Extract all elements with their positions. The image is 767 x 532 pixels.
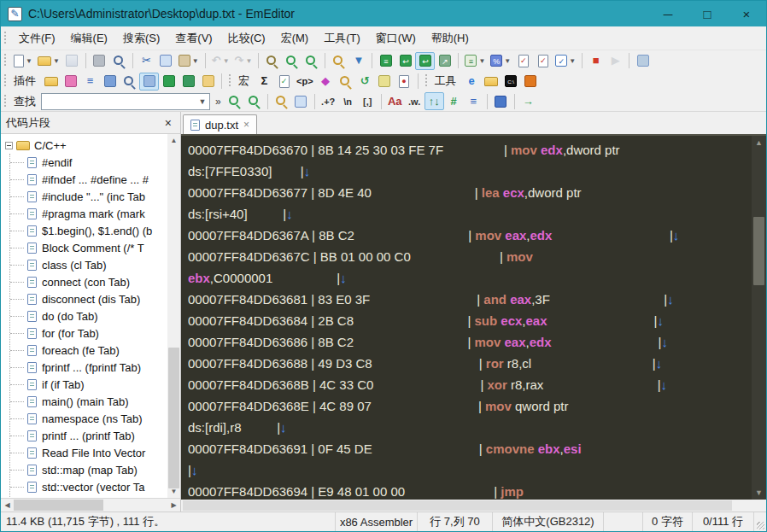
snippet-item[interactable]: Read File Into Vector	[10, 444, 167, 461]
snippet-item[interactable]: foreach (fe Tab)	[10, 342, 167, 359]
scrollbar-thumb[interactable]	[183, 500, 732, 511]
snippets-horizontal-scrollbar[interactable]: ◀ ▶	[1, 498, 180, 512]
wrap-by-page-button[interactable]: ↗	[435, 52, 454, 70]
tree-collapse-icon[interactable]	[5, 142, 13, 149]
find-button[interactable]	[262, 52, 282, 70]
plugin-numbering-button[interactable]	[198, 73, 218, 91]
plugin-outline-text-button[interactable]: ≡	[80, 73, 100, 91]
snippet-item[interactable]: main() (main Tab)	[10, 393, 167, 410]
macro-stop-doc-button[interactable]: ●	[395, 73, 414, 91]
dropdown-arrow-icon[interactable]: ▼	[569, 57, 576, 65]
close-button[interactable]: ×	[727, 1, 766, 26]
macro-sigma-button[interactable]: Σ	[255, 73, 274, 91]
whole-word-button[interactable]: .w.	[405, 92, 424, 110]
plugin-explorer-button[interactable]	[41, 73, 61, 91]
toolbar-grip[interactable]	[228, 74, 232, 88]
tool-folder-button[interactable]	[482, 73, 501, 91]
snippet-item[interactable]: namespace (ns Tab)	[10, 410, 167, 427]
check-document-button[interactable]: ✓	[513, 52, 533, 70]
menu-item-4[interactable]: 比较(C)	[220, 29, 273, 48]
tool-hammer-button[interactable]	[521, 73, 541, 91]
copy-button[interactable]	[156, 52, 176, 70]
scroll-down-icon[interactable]: ▼	[167, 485, 180, 498]
macro-check-button[interactable]: ✓	[274, 73, 294, 91]
print-button[interactable]	[90, 52, 109, 70]
plugin-search-button[interactable]	[120, 73, 139, 91]
focus-editor-button[interactable]	[491, 92, 511, 110]
toolbar-grip[interactable]	[3, 95, 8, 108]
redo-button[interactable]: ↷▼	[232, 52, 255, 70]
check-all-documents-button[interactable]: ✓	[533, 52, 553, 70]
scroll-right-icon[interactable]: ▶	[167, 501, 180, 509]
regex-button[interactable]: .+?	[319, 92, 338, 110]
undo-button[interactable]: ↶▼	[209, 52, 232, 70]
tool-cmd-button[interactable]: C:\	[501, 73, 521, 91]
resize-grip[interactable]	[754, 512, 766, 531]
menu-item-6[interactable]: 工具(T)	[316, 29, 368, 48]
print-preview-button[interactable]	[109, 52, 129, 70]
tab-dup-txt[interactable]: dup.txt ×	[183, 114, 257, 134]
open-file-button[interactable]: ▼	[35, 52, 62, 70]
scrollbar-thumb[interactable]	[753, 217, 764, 285]
macro-back-button[interactable]: ↺	[355, 73, 375, 91]
record-macro-button[interactable]: ■	[586, 52, 606, 70]
menu-item-7[interactable]: 窗口(W)	[368, 29, 424, 48]
search-forward-button[interactable]	[244, 92, 264, 110]
snippet-item[interactable]: Block Comment (/* T	[10, 239, 167, 256]
go-button[interactable]: →	[518, 92, 538, 110]
plugin-wordcomplete-button[interactable]	[179, 73, 198, 91]
menu-item-0[interactable]: 文件(F)	[11, 29, 63, 48]
dropdown-arrow-icon[interactable]: ▼	[504, 57, 511, 65]
snippet-item[interactable]: #endif	[10, 154, 167, 171]
menu-item-8[interactable]: 帮助(H)	[424, 29, 477, 48]
checkbox-options-button[interactable]: ✓▼	[553, 52, 578, 70]
menubar-grip[interactable]	[3, 32, 8, 45]
dropdown-arrow-icon[interactable]: ▼	[223, 57, 230, 65]
snippet-item[interactable]: connect (con Tab)	[10, 273, 167, 290]
find-previous-button[interactable]	[282, 52, 302, 70]
editor-vertical-scrollbar[interactable]: ▲ ▼	[752, 136, 766, 500]
snippet-item[interactable]: fprintf ... (fprintf Tab)	[10, 359, 167, 376]
plugin-window-button[interactable]	[100, 73, 120, 91]
editor-area[interactable]: 00007FF84DD63670 | 8B 14 25 30 03 FE 7F …	[181, 134, 766, 500]
snippet-item[interactable]: #include "..." (inc Tab	[10, 188, 167, 205]
dropdown-arrow-icon[interactable]: ▼	[246, 57, 253, 65]
find-input[interactable]: ▼	[41, 93, 210, 110]
snippet-item[interactable]: #ifndef ... #define ... #	[10, 171, 167, 188]
macro-select-button[interactable]	[375, 73, 395, 91]
snippet-item[interactable]: $1.begin(), $1.end() (b	[10, 222, 167, 239]
macro-html-button[interactable]: <p>	[294, 73, 316, 91]
find-next-button[interactable]	[302, 52, 321, 70]
match-case-button[interactable]: Aa	[385, 92, 405, 110]
escape-sequence-button[interactable]: \n	[338, 92, 358, 110]
search-backward-button[interactable]	[225, 92, 244, 110]
cut-button[interactable]: ✂	[137, 52, 156, 70]
snippet-item[interactable]: disconnect (dis Tab)	[10, 290, 167, 307]
snippet-item[interactable]: class (cl Tab)	[10, 256, 167, 273]
sync-scroll-button[interactable]: %▼	[488, 52, 513, 70]
scrollbar-thumb[interactable]	[168, 348, 179, 488]
snippet-item[interactable]: printf ... (printf Tab)	[10, 427, 167, 444]
scroll-left-icon[interactable]: ◀	[1, 501, 14, 509]
scroll-down-icon[interactable]: ▼	[752, 486, 766, 500]
minimize-button[interactable]: ─	[648, 1, 688, 26]
tab-close-icon[interactable]: ×	[243, 119, 249, 131]
macro-find-button[interactable]	[336, 73, 355, 91]
new-file-button[interactable]: ▼	[11, 52, 35, 70]
filter-button[interactable]: ▼	[348, 52, 368, 70]
dropdown-arrow-icon[interactable]: ▼	[53, 57, 60, 65]
tool-browser-button[interactable]: e	[462, 73, 482, 91]
snippets-vertical-scrollbar[interactable]: ▲ ▼	[167, 134, 180, 498]
toolbar-grip[interactable]	[3, 54, 8, 67]
snippets-panel-close-icon[interactable]: ×	[161, 116, 175, 130]
plugin-webpreview-button[interactable]	[159, 73, 179, 91]
wrap-by-window-button[interactable]: ↩	[395, 52, 415, 70]
save-button[interactable]	[62, 52, 82, 70]
toolbar-overflow-chevron[interactable]: »	[212, 96, 225, 108]
toolbar-grip[interactable]	[424, 74, 429, 88]
combo-dropdown-icon[interactable]: ▼	[196, 97, 209, 106]
toolbar-grip[interactable]	[3, 74, 8, 88]
menu-item-1[interactable]: 编辑(E)	[63, 29, 115, 48]
snippet-item[interactable]: #pragma mark (mark	[10, 205, 167, 222]
tree-root-c-cpp[interactable]: C/C++	[1, 137, 167, 154]
